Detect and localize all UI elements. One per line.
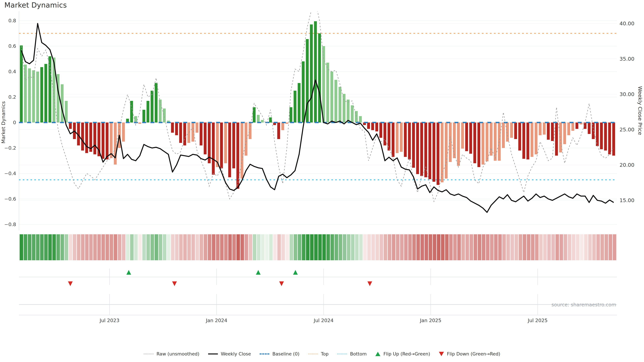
heatmap-cell xyxy=(441,234,444,260)
heatmap-cell xyxy=(584,234,588,260)
bar xyxy=(436,122,440,185)
raw-line-swatch-icon xyxy=(144,354,154,354)
heatmap-cell xyxy=(560,234,563,260)
bar xyxy=(588,122,591,134)
bar xyxy=(608,122,611,154)
heatmap-cell xyxy=(568,234,571,260)
bar xyxy=(400,122,403,152)
heatmap-cell xyxy=(376,234,379,260)
heatmap-cell xyxy=(408,234,412,260)
legend-label: Weekly Close xyxy=(221,351,251,357)
flip-up-marker xyxy=(293,270,298,275)
baseline-swatch-icon xyxy=(260,354,269,355)
bar xyxy=(150,91,154,122)
left-tick-label: −0.8 xyxy=(4,222,16,227)
bar xyxy=(547,122,550,140)
heatmap-cell xyxy=(310,234,314,260)
bar xyxy=(286,122,288,124)
bar xyxy=(249,122,252,139)
bar xyxy=(171,122,174,133)
bottom-line-swatch-icon xyxy=(337,354,347,354)
heatmap-cell xyxy=(514,234,518,260)
bar xyxy=(416,122,419,174)
bar xyxy=(592,122,595,139)
bar xyxy=(343,94,346,122)
source-note: source: sharemaestro.com xyxy=(552,302,616,308)
bar xyxy=(596,122,599,146)
heatmap-cell xyxy=(338,234,342,260)
heatmap-cell xyxy=(183,234,187,260)
heatmap-cell xyxy=(547,234,551,260)
bar xyxy=(543,122,546,135)
heatmap-cell xyxy=(519,234,522,260)
heatmap-cell xyxy=(351,234,354,260)
bar xyxy=(441,122,444,182)
heatmap-cell xyxy=(118,234,121,260)
bar xyxy=(28,68,31,122)
flip-up-marker xyxy=(126,270,131,275)
bar xyxy=(576,122,578,129)
heatmap-cell xyxy=(48,234,52,260)
heatmap-cell xyxy=(56,234,60,260)
heatmap-cell xyxy=(404,234,408,260)
bar xyxy=(318,33,321,122)
bar xyxy=(269,117,272,122)
heatmap-cell xyxy=(155,234,158,260)
heatmap-cell xyxy=(52,234,56,260)
bar xyxy=(502,122,505,148)
bar xyxy=(334,80,337,122)
heatmap-cell xyxy=(527,234,530,260)
heatmap-cell xyxy=(412,234,416,260)
bar xyxy=(24,64,27,122)
heatmap-cell xyxy=(150,234,154,260)
heatmap-cell xyxy=(294,234,297,260)
close-line-swatch-icon xyxy=(208,354,218,355)
legend-item-weekly-close: Weekly Close xyxy=(208,351,251,357)
bar xyxy=(175,122,178,135)
heatmap-cell xyxy=(498,234,502,260)
bar xyxy=(48,56,51,122)
heatmap-cell xyxy=(220,234,224,260)
heatmap-cell xyxy=(163,234,166,260)
bar xyxy=(600,122,603,149)
heatmap-cell xyxy=(97,234,101,260)
heatmap-cell xyxy=(486,234,490,260)
legend-label: Bottom xyxy=(350,351,366,357)
bar xyxy=(294,91,296,122)
bar xyxy=(351,105,354,122)
left-axis-title: Market Dynamics xyxy=(0,101,6,143)
heatmap-cell xyxy=(81,234,84,260)
bar xyxy=(375,122,378,131)
heatmap-cell xyxy=(318,234,322,260)
heatmap-cell xyxy=(179,234,183,260)
heatmap-cell xyxy=(44,234,48,260)
legend: Raw (unsmoothed) Weekly Close Baseline (… xyxy=(0,351,644,357)
x-tick-label: Jul 2025 xyxy=(528,318,548,323)
bar xyxy=(40,67,43,122)
heatmap-cell xyxy=(261,234,264,260)
legend-item-raw: Raw (unsmoothed) xyxy=(144,351,200,357)
left-tick-label: −0.6 xyxy=(4,196,16,202)
heatmap-cell xyxy=(216,234,220,260)
bar xyxy=(465,122,468,151)
heatmap-cell xyxy=(466,234,469,260)
heatmap-cell xyxy=(134,234,138,260)
legend-label: Baseline (0) xyxy=(272,351,299,357)
heatmap-cell xyxy=(93,234,97,260)
heatmap-cell xyxy=(482,234,485,260)
bar xyxy=(420,122,423,176)
flip-down-marker xyxy=(279,281,284,286)
heatmap-cell xyxy=(572,234,576,260)
heatmap-cell xyxy=(326,234,330,260)
market-dynamics-chart: 0.80.60.40.20−0.2−0.4−0.6−0.840.0035.003… xyxy=(0,0,644,345)
bar xyxy=(396,122,399,153)
heatmap-cell xyxy=(552,234,555,260)
heatmap-cell xyxy=(240,234,244,260)
heatmap-cell xyxy=(290,234,293,260)
heatmap-cell xyxy=(429,234,432,260)
heatmap-cell xyxy=(608,234,612,260)
bar xyxy=(563,122,566,144)
bar xyxy=(359,116,362,122)
heatmap-cell xyxy=(535,234,538,260)
bar xyxy=(428,122,431,179)
